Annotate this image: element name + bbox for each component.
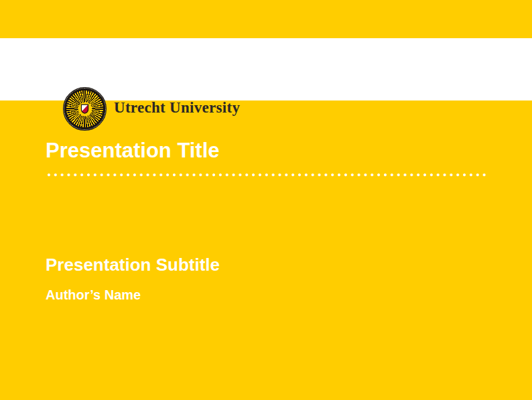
- logo-center-disc: [78, 102, 92, 116]
- university-wordmark: Utrecht University: [114, 100, 240, 115]
- top-yellow-band: [0, 0, 532, 38]
- presentation-title: Presentation Title: [46, 139, 220, 163]
- title-slide: Utrecht University Presentation Title Pr…: [0, 0, 532, 400]
- header-band: Utrecht University: [0, 38, 532, 101]
- dotted-divider: [46, 173, 488, 177]
- author-name: Author’s Name: [46, 287, 141, 303]
- presentation-subtitle: Presentation Subtitle: [46, 255, 220, 275]
- utrecht-university-logo-icon: [63, 87, 107, 131]
- utrecht-shield-icon: [81, 104, 89, 114]
